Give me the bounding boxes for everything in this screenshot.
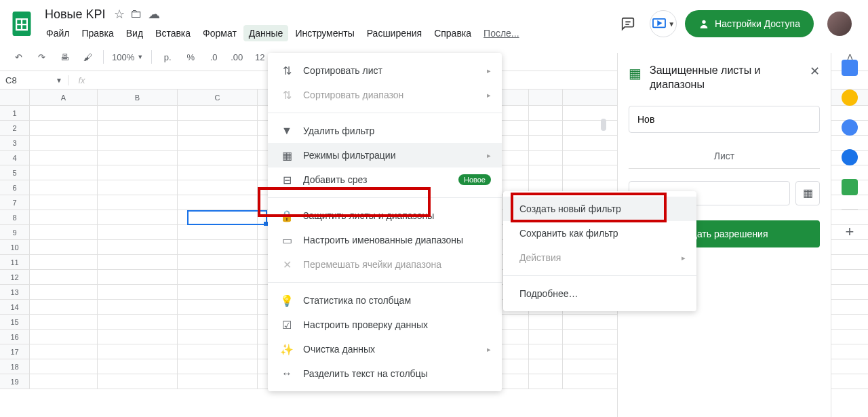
cell[interactable] [529,165,563,180]
cell[interactable] [529,136,563,150]
cell[interactable] [30,180,98,195]
cell[interactable] [30,344,98,359]
add-app-icon[interactable]: + [846,223,854,241]
data-validation-item[interactable]: ☑Настроить проверку данных [268,313,502,337]
save-as-filter-item[interactable]: Сохранить как фильтр [503,221,696,245]
add-slicer-item[interactable]: ⊟Добавить срезНовое [268,167,502,192]
menu-data[interactable]: Данные [243,25,289,41]
menu-format[interactable]: Формат [197,25,242,41]
cell[interactable] [30,255,98,269]
cell[interactable] [30,315,98,329]
cell[interactable] [30,240,98,254]
cell[interactable] [30,374,98,389]
cell[interactable] [178,285,258,299]
row-header[interactable]: 15 [0,315,30,329]
cell[interactable] [529,374,563,389]
cell[interactable] [98,270,178,284]
present-icon[interactable]: ▼ [650,10,677,37]
cell[interactable] [98,225,178,239]
col-stats-item[interactable]: 💡Статистика по столбцам [268,288,502,313]
move-icon[interactable]: 🗀 [130,7,142,22]
cell[interactable] [98,344,178,359]
menu-last-edit[interactable]: После... [478,25,524,41]
learn-more-item[interactable]: Подробнее… [503,281,696,306]
zoom-select[interactable]: 100% ▼ [109,52,146,62]
cell[interactable] [98,106,178,120]
cell[interactable] [98,210,178,224]
split-text-item[interactable]: ↔Разделить текст на столбцы [268,361,502,386]
cell[interactable] [178,300,258,314]
comments-icon[interactable] [614,10,642,37]
description-input[interactable] [629,106,820,133]
cell[interactable] [178,225,258,239]
select-all-corner[interactable] [0,90,30,105]
cell[interactable] [178,255,258,269]
undo-icon[interactable]: ↶ [8,47,28,67]
cell[interactable] [30,151,98,165]
remove-filter-item[interactable]: ▼Удалить фильтр [268,119,502,143]
star-icon[interactable]: ☆ [114,7,125,22]
row-header[interactable]: 7 [0,195,30,210]
menu-file[interactable]: Файл [41,25,75,41]
cell[interactable] [178,195,258,210]
cell[interactable] [30,225,98,239]
keep-app-icon[interactable] [842,90,858,106]
cell[interactable] [178,121,258,135]
cell[interactable] [529,330,563,344]
share-button[interactable]: Настройки Доступа [685,10,814,37]
grid-select-icon[interactable]: ▦ [795,181,820,205]
print-icon[interactable]: 🖶 [54,47,75,67]
cell[interactable] [30,285,98,299]
row-header[interactable]: 18 [0,359,30,374]
name-box[interactable]: C8▼ [0,75,68,85]
scrollbar-thumb[interactable] [601,119,606,131]
cell[interactable] [30,106,98,120]
row-header[interactable]: 16 [0,330,30,344]
menu-view[interactable]: Вид [121,25,149,41]
cell[interactable] [30,330,98,344]
cleanup-item[interactable]: ✨Очистка данных▸ [268,337,502,361]
cell[interactable] [30,210,98,224]
cell[interactable] [178,315,258,329]
avatar[interactable] [827,12,852,36]
close-icon[interactable]: ✕ [810,64,820,79]
calendar-app-icon[interactable] [842,60,858,76]
row-header[interactable]: 19 [0,374,30,389]
menu-tools[interactable]: Инструменты [290,25,359,41]
cell[interactable] [30,121,98,135]
row-header[interactable]: 10 [0,240,30,254]
paint-format-icon[interactable]: 🖌 [77,47,98,67]
cell[interactable] [98,151,178,165]
cell[interactable] [178,165,258,180]
named-ranges-item[interactable]: ▭Настроить именованные диапазоны [268,228,502,252]
menu-help[interactable]: Справка [429,25,477,41]
sheet-tab[interactable]: Лист [629,144,820,168]
decrease-decimal-icon[interactable]: .0 [203,47,224,67]
row-header[interactable]: 4 [0,151,30,165]
col-header[interactable]: B [98,90,178,105]
cell[interactable] [529,106,563,120]
cell[interactable] [178,359,258,374]
cell[interactable] [529,315,563,329]
sort-sheet-item[interactable]: ⇅Сортировать лист▸ [268,58,502,83]
cell[interactable] [98,240,178,254]
cell[interactable] [529,344,563,359]
cell[interactable] [30,270,98,284]
more-formats-icon[interactable]: 12 [250,47,270,67]
cell[interactable] [98,359,178,374]
row-header[interactable]: 14 [0,300,30,314]
cell[interactable] [178,240,258,254]
currency-icon[interactable]: р. [157,47,178,67]
cell[interactable] [98,315,178,329]
row-header[interactable]: 17 [0,344,30,359]
row-header[interactable]: 13 [0,285,30,299]
col-header[interactable]: A [30,90,98,105]
cell[interactable] [98,165,178,180]
cell[interactable] [178,136,258,150]
row-header[interactable]: 12 [0,270,30,284]
sheets-logo[interactable] [8,10,35,37]
cell[interactable] [178,270,258,284]
row-header[interactable]: 6 [0,180,30,195]
cell[interactable] [529,121,563,135]
cell[interactable] [30,136,98,150]
